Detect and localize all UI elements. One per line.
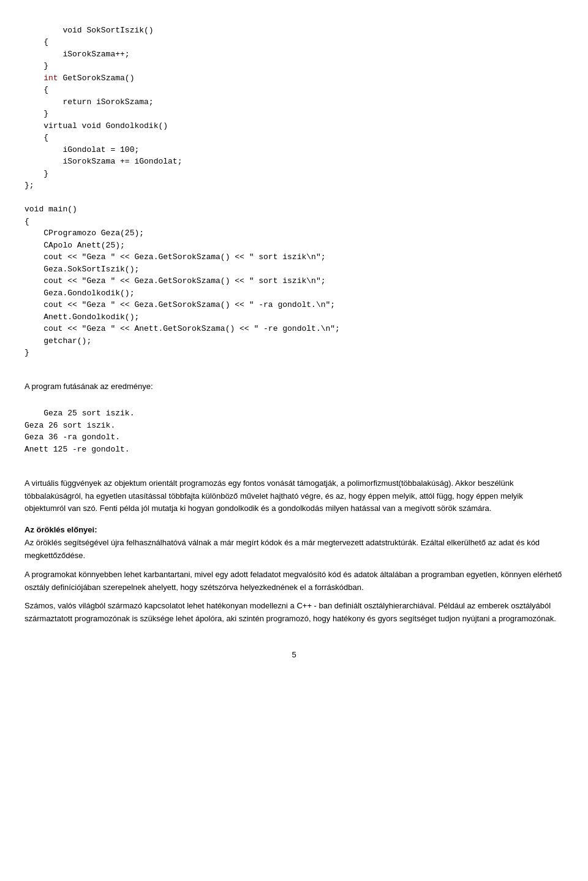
- code-line: cout << "Geza " << Geza.GetSorokSzama() …: [24, 276, 325, 285]
- output-line-2: Geza 26 sort iszik.: [24, 421, 115, 430]
- oerokles-paragraph-2: A programokat könnyebben lehet karbantar…: [24, 569, 564, 594]
- code-line: cout << "Geza " << Geza.GetSorokSzama() …: [24, 252, 325, 262]
- oerokles-paragraph-3: Számos, valós világból származó kapcsola…: [24, 600, 564, 626]
- code-line: {: [24, 133, 48, 142]
- output-line-4: Anett 125 -re gondolt.: [24, 445, 130, 454]
- code-line: cout << "Geza " << Anett.GetSorokSzama()…: [24, 324, 340, 333]
- code-line: }: [24, 109, 48, 118]
- code-line: }: [24, 348, 29, 357]
- code-line: iSorokSzama += iGondolat;: [24, 157, 182, 166]
- code-line: getchar();: [24, 336, 91, 346]
- page-number: 5: [24, 650, 564, 659]
- program-output: Geza 25 sort iszik. Geza 26 sort iszik. …: [24, 396, 564, 467]
- code-line: void SokSortIszik(): [43, 26, 153, 35]
- code-line: int GetSorokSzama(): [24, 74, 134, 83]
- code-line: Geza.SokSortIszik();: [24, 265, 139, 274]
- code-line: virtual void Gondolkodik(): [24, 121, 168, 130]
- code-line: CApolo Anett(25);: [24, 241, 125, 250]
- code-line: }: [24, 169, 48, 178]
- code-line: Anett.Gondolkodik();: [24, 312, 139, 322]
- oerokles-section-label: Az öröklés előnyei:: [24, 525, 564, 534]
- code-line: void main(): [24, 205, 77, 214]
- code-line: Geza.Gondolkodik();: [24, 289, 134, 298]
- paragraph-1: A virtuális függvények az objektum orien…: [24, 477, 564, 515]
- code-line: };: [24, 181, 34, 190]
- program-output-label: A program futásának az eredménye:: [24, 380, 564, 393]
- code-line: CProgramozo Geza(25);: [24, 229, 144, 238]
- code-line: return iSorokSzama;: [24, 97, 154, 107]
- code-line: {: [24, 217, 29, 226]
- code-line: iGondolat = 100;: [24, 145, 139, 154]
- code-line: cout << "Geza " << Geza.GetSorokSzama() …: [24, 300, 335, 309]
- main-content: void SokSortIszik() { iSorokSzama++; } i…: [24, 12, 564, 626]
- code-line: }: [24, 61, 48, 70]
- code-block: void SokSortIszik() { iSorokSzama++; } i…: [24, 12, 564, 371]
- code-line: {: [24, 37, 48, 47]
- code-line: {: [24, 85, 48, 94]
- oerokles-paragraph-1: Az öröklés segítségével újra felhasználh…: [24, 537, 564, 562]
- code-line: iSorokSzama++;: [24, 50, 130, 59]
- output-line-1: Geza 25 sort iszik.: [43, 409, 134, 418]
- output-line-3: Geza 36 -ra gondolt.: [24, 433, 120, 442]
